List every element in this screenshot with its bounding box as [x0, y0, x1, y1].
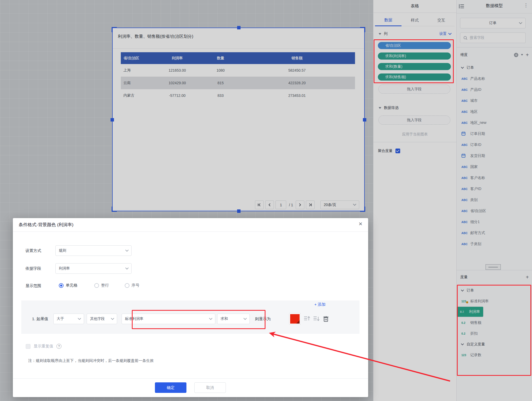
chevron-down-icon [125, 266, 129, 270]
confirm-button[interactable]: 确定 [155, 382, 186, 393]
compare-field-select[interactable]: 标准利润率 [122, 314, 215, 324]
chevron-down-icon [243, 316, 247, 320]
set-method-select[interactable]: 规则 [55, 245, 132, 256]
based-field-label: 依据字段 [25, 266, 41, 271]
chevron-down-icon [78, 316, 81, 320]
select-value: 利润率 [59, 266, 70, 271]
radio-index[interactable]: 序号 [125, 283, 139, 288]
delete-rule-button[interactable] [323, 316, 329, 322]
show-duplicate-checkbox[interactable] [26, 344, 30, 349]
chevron-down-icon [111, 316, 114, 320]
scope-label: 显示范围 [25, 283, 41, 288]
set-method-label: 设置方式 [25, 248, 41, 253]
select-value: 大于 [57, 316, 64, 321]
dialog-title: 条件格式-背景颜色 (利润率) [19, 222, 74, 228]
chevron-down-icon [209, 316, 212, 320]
select-value: 规则 [59, 248, 66, 253]
radio-off-icon [125, 283, 129, 288]
radio-label: 整行 [101, 283, 109, 288]
add-rule-link[interactable]: + 添加 [314, 302, 326, 307]
radio-cell[interactable]: 单元格 [59, 283, 77, 288]
move-rule-down-button[interactable] [313, 316, 320, 321]
radio-label: 序号 [132, 283, 139, 288]
radio-off-icon [94, 283, 99, 288]
conditional-format-dialog: 条件格式-背景颜色 (利润率) × 设置方式 规则 依据字段 利润率 显示范围 … [13, 218, 368, 397]
app-root: 利润率、数量、销售额(按省/自治区划分) 省/自治区 利润率 数量 销售额 上海… [0, 0, 532, 401]
then-display-label: 则显示为 [255, 316, 271, 321]
close-icon[interactable]: × [359, 221, 362, 227]
chevron-down-icon [125, 248, 129, 252]
help-icon[interactable]: ? [56, 344, 61, 349]
radio-label: 单元格 [66, 283, 77, 288]
radio-row[interactable]: 整行 [94, 283, 109, 288]
show-duplicate-label: 显示重复值 [34, 344, 53, 349]
aggregation-select[interactable]: 求和 [217, 314, 250, 324]
compare-type-select[interactable]: 其他字段 [87, 314, 117, 324]
select-value: 求和 [221, 316, 228, 321]
rule-prefix: 1. 如果值 [32, 316, 48, 321]
operator-select[interactable]: 大于 [53, 314, 84, 324]
move-up-icon [304, 316, 310, 321]
based-field-select[interactable]: 利润率 [55, 263, 132, 274]
select-value: 标准利润率 [125, 316, 143, 321]
rule-note: 注：规则读取顺序由上至下，当规则间冲突时，后一条规则覆盖前一条生效 [28, 358, 154, 363]
move-rule-up-button[interactable] [304, 316, 310, 321]
show-duplicate-row: 显示重复值 ? [26, 344, 61, 349]
trash-icon [323, 316, 329, 322]
color-swatch[interactable] [290, 314, 300, 324]
move-down-icon [313, 316, 320, 321]
select-value: 其他字段 [90, 316, 105, 321]
radio-on-icon [59, 283, 64, 288]
cancel-button[interactable]: 取消 [194, 382, 226, 393]
